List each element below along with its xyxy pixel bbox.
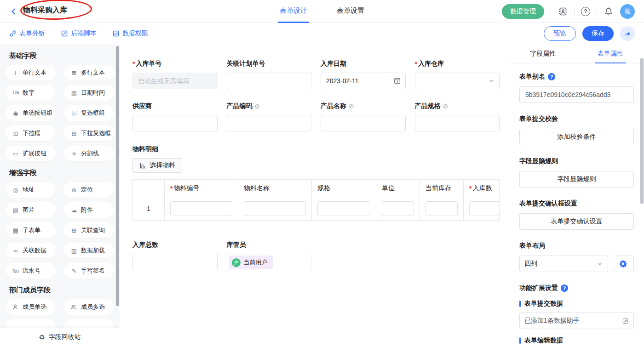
sidebar-scrollbar[interactable] [116, 46, 119, 306]
form-title[interactable]: 物料采购入库 [23, 6, 67, 17]
extension-settings-label: 功能扩展设置 ? [519, 284, 634, 292]
tab-form-settings[interactable]: 表单设置 [335, 0, 366, 23]
product-code-input[interactable] [227, 115, 312, 131]
tab-form-design[interactable]: 表单设计 [278, 0, 309, 23]
help-icon[interactable]: ? [581, 7, 590, 16]
field-product-name[interactable]: 产品名称⊘ [321, 102, 406, 131]
field-warehouse[interactable]: *入库仓库 [415, 60, 500, 89]
sidebar-item-multi-dropdown[interactable]: ⊟下拉复选框 [64, 125, 114, 141]
field-inbound-no[interactable]: *入库单号 [132, 60, 218, 89]
current-stock-cell-input[interactable] [426, 201, 458, 216]
section-title-enhanced: 增强字段 [9, 169, 110, 177]
material-detail-subform[interactable]: 物料明细 选择物料 *物料编号 物料名称 规格 单位 当前库存 *入库数 [132, 145, 500, 221]
help-badge-icon[interactable]: ? [548, 73, 555, 80]
gear-icon [619, 260, 627, 268]
sidebar-item-signature[interactable]: ✎手写签名 [64, 263, 114, 279]
sidebar-item-linked-query[interactable]: ⊞关联查询 [64, 222, 114, 238]
image-icon: ▨ [12, 207, 19, 214]
field-total-qty[interactable]: 入库总数 [132, 241, 218, 271]
external-link-action[interactable]: 表单外链 [9, 29, 45, 38]
inbound-no-input[interactable] [132, 73, 218, 89]
calendar-icon [393, 77, 401, 85]
field-supplier[interactable]: 供应商 [132, 102, 218, 131]
toolbar-right: 预览 保存 [544, 26, 635, 41]
data-helper-box[interactable]: 已添加1条数据助手 [519, 313, 634, 329]
sidebar-item-member-single[interactable]: 成员单选 [6, 299, 56, 315]
sidebar-item-attachment[interactable]: ☁附件 [64, 202, 114, 218]
field-recycle-bin[interactable]: ♻ 字段回收站 [0, 328, 120, 347]
field-plan-no[interactable]: 关联计划单号 [227, 60, 312, 89]
share-button[interactable] [620, 26, 635, 41]
material-code-cell-input[interactable] [170, 201, 232, 216]
sidebar-item-number[interactable]: 123数字 [6, 85, 56, 101]
sidebar-item-divider[interactable]: ≡分割线 [64, 146, 114, 161]
total-qty-input[interactable] [132, 254, 218, 270]
field-visibility-rule-button[interactable]: 字段显隐规则 [519, 171, 634, 188]
chain-icon: ∞ [12, 247, 19, 254]
preview-button[interactable]: 预览 [544, 26, 576, 41]
field-product-code[interactable]: 产品编码⊘ [227, 102, 312, 131]
form-canvas[interactable]: *入库单号 关联计划单号 入库日期 [120, 44, 509, 347]
sidebar-item-checkbox-group[interactable]: ☑复选框组 [64, 105, 114, 121]
help-badge-icon[interactable]: ? [561, 284, 568, 292]
add-validate-condition-button[interactable]: 添加校验条件 [519, 129, 634, 145]
sidebar-item-extend-button[interactable]: ▭扩展按钮 [6, 146, 56, 161]
sidebar-item-subform[interactable]: ▤子表单 [6, 222, 56, 238]
backend-script-action[interactable]: 后端脚本 [61, 29, 97, 38]
people-icon [70, 304, 78, 310]
sidebar-item-data-load[interactable]: ▥数据加载 [64, 243, 114, 258]
warehouse-select[interactable] [415, 73, 500, 89]
product-spec-input[interactable] [415, 115, 500, 131]
back-button[interactable] [9, 7, 18, 16]
divider [574, 8, 575, 15]
keeper-member-box[interactable]: 户 当前用户 [227, 254, 312, 271]
sidebar-item-serial-number[interactable]: №流水号 [6, 263, 56, 279]
tab-field-properties[interactable]: 字段属性 [509, 44, 577, 63]
save-button[interactable]: 保存 [582, 26, 614, 41]
sidebar-item-single-text[interactable]: T单行文本 [6, 65, 56, 80]
sidebar-item-datetime[interactable]: ▦日期时间 [64, 85, 114, 101]
tab-form-properties[interactable]: 表单属性 [577, 44, 644, 63]
data-manage-button[interactable]: 数据管理 [502, 4, 544, 19]
spec-cell-input[interactable] [317, 201, 370, 216]
field-inbound-date[interactable]: 入库日期 [321, 60, 406, 89]
submit-confirm-setting-button[interactable]: 表单提交确认设置 [519, 213, 634, 230]
user-avatar[interactable]: 检 [620, 4, 635, 19]
current-user-tag[interactable]: 户 当前用户 [229, 256, 273, 269]
field-product-spec[interactable]: 产品规格⊘ [415, 102, 500, 131]
field-row-1: *入库单号 关联计划单号 入库日期 [132, 60, 500, 89]
basic-field-grid: T单行文本 ≣多行文本 123数字 ▦日期时间 ◉单选按钮组 ☑复选框组 ⊡下拉… [6, 65, 114, 161]
form-toolbar: 表单外链 后端脚本 数据权限 预览 保存 [0, 23, 644, 44]
body: 基础字段 T单行文本 ≣多行文本 123数字 ▦日期时间 ◉单选按钮组 ☑复选框… [0, 44, 644, 347]
notification-bell-icon[interactable] [604, 6, 614, 17]
sidebar-item-address[interactable]: ◎地址 [6, 182, 56, 198]
contact-book-icon[interactable] [558, 6, 568, 17]
product-name-input[interactable] [321, 115, 406, 131]
unit-cell-input[interactable] [382, 201, 414, 216]
sidebar-item-radio-group[interactable]: ◉单选按钮组 [6, 105, 56, 121]
crosshair-icon: ⊕ [70, 187, 78, 193]
section-title-basic: 基础字段 [9, 51, 110, 60]
subform-title: 物料明细 [132, 145, 500, 154]
plan-no-input[interactable] [227, 73, 312, 89]
sidebar-item-dropdown[interactable]: ⊡下拉框 [6, 125, 56, 141]
supplier-input[interactable] [132, 115, 218, 131]
panel-scrollbar[interactable] [640, 58, 644, 204]
permission-icon [112, 30, 120, 37]
inbound-qty-cell-input[interactable] [469, 201, 500, 216]
sidebar-item-member-multi[interactable]: 成员多选 [64, 299, 114, 315]
layout-select[interactable]: 四列 [519, 256, 608, 272]
bar-chart-icon [139, 162, 146, 169]
form-alias-input[interactable] [519, 86, 634, 103]
sidebar-item-image[interactable]: ▨图片 [6, 202, 56, 218]
data-permission-action[interactable]: 数据权限 [112, 29, 148, 38]
button-icon: ▭ [12, 150, 19, 157]
select-material-button[interactable]: 选择物料 [132, 158, 182, 173]
sidebar-item-multi-text[interactable]: ≣多行文本 [64, 65, 114, 80]
col-material-name: 物料名称 [238, 180, 311, 197]
field-warehouse-keeper[interactable]: 库管员 户 当前用户 [227, 241, 312, 271]
layout-settings-button[interactable] [613, 256, 634, 272]
sidebar-item-locate[interactable]: ⊕定位 [64, 182, 114, 198]
material-name-cell-input[interactable] [244, 201, 306, 216]
sidebar-item-linked-data[interactable]: ∞关联数据 [6, 243, 56, 258]
